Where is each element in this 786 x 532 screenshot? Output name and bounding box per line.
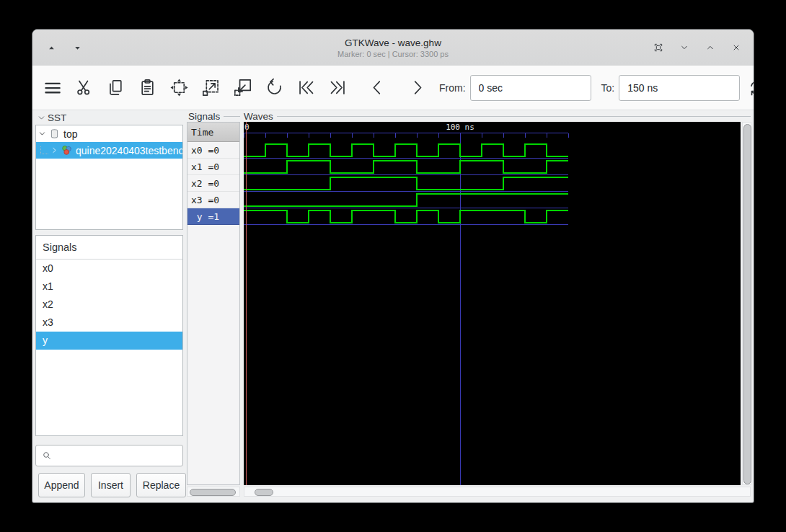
toolbar-copy-button[interactable] <box>103 75 128 101</box>
signal-list-item-x3[interactable]: x3 <box>36 314 182 332</box>
waves-hscrollbar-thumb[interactable] <box>255 489 273 496</box>
from-label: From: <box>439 82 466 94</box>
waveform-svg: 0100 ns <box>244 122 741 485</box>
signal-name-row-x0[interactable]: x0 =0 <box>187 142 239 159</box>
prev-icon <box>368 78 387 97</box>
sst-tree: topquine20240403testbenc <box>35 125 183 230</box>
to-end-icon <box>328 78 348 97</box>
append-button[interactable]: Append <box>38 473 85 497</box>
to-start-icon <box>296 78 316 97</box>
signal-name-row-x3[interactable]: x3 =0 <box>187 192 239 208</box>
signal-search-box[interactable] <box>35 445 183 466</box>
toolbar: From: To: <box>32 66 754 110</box>
search-icon <box>41 450 53 461</box>
signal-name-panel: Time x0 =0x1 =0x2 =0x3 =0 y =1 <box>187 122 240 485</box>
signal-name-rows: x0 =0x1 =0x2 =0x3 =0 y =1 <box>187 142 239 225</box>
to-input[interactable] <box>619 75 740 101</box>
zoom-fit-icon <box>169 78 189 97</box>
sst-tree-item-quine20240403testbenc[interactable]: quine20240403testbenc <box>36 142 182 159</box>
toolbar-to-start-button[interactable] <box>293 75 318 101</box>
insert-button[interactable]: Insert <box>91 473 131 497</box>
toolbar-zoom-fit-button[interactable] <box>167 75 191 101</box>
gtkwave-window: GTKWave - wave.ghw Marker: 0 sec | Curso… <box>32 29 754 503</box>
signals-frame-text: Signals <box>188 111 220 122</box>
next-icon <box>407 78 427 97</box>
toolbar-buttons <box>40 75 429 101</box>
toolbar-next-button[interactable] <box>405 75 429 101</box>
signal-search-list: x0x1x2x3y <box>36 260 182 350</box>
titlebar: GTKWave - wave.ghw Marker: 0 sec | Curso… <box>32 30 754 66</box>
replace-button[interactable]: Replace <box>136 473 186 497</box>
paste-icon <box>138 78 157 97</box>
toolbar-undo-button[interactable] <box>262 75 286 101</box>
titlebar-right-controls <box>651 30 743 66</box>
window-subtitle: Marker: 0 sec | Cursor: 3300 ps <box>337 49 449 59</box>
from-input[interactable] <box>470 75 591 101</box>
menu-icon <box>43 78 62 97</box>
ruler-label: 0 <box>244 123 250 132</box>
chevron-down-icon[interactable] <box>37 129 47 138</box>
close-icon <box>730 42 742 53</box>
waves-vscrollbar-thumb[interactable] <box>743 124 751 484</box>
toolbar-zoom-in-button[interactable] <box>198 75 223 101</box>
wave-trace-x1 <box>244 161 568 173</box>
toolbar-prev-button[interactable] <box>365 75 389 101</box>
signals-frame-label: Signals <box>188 110 240 122</box>
close-button[interactable] <box>729 40 743 55</box>
keep-above-button[interactable] <box>44 40 58 55</box>
module-icon <box>61 144 73 156</box>
titlebar-left-controls <box>44 30 84 66</box>
zoom-in-icon <box>201 78 221 97</box>
minimize-button[interactable] <box>677 40 692 55</box>
ruler-label: 100 ns <box>446 123 474 132</box>
minimize-icon <box>679 42 690 53</box>
wave-trace-x2 <box>244 177 568 190</box>
time-header[interactable]: Time <box>187 123 239 142</box>
signal-name-row-x1[interactable]: x1 =0 <box>187 159 239 175</box>
wave-trace-y <box>244 210 568 223</box>
signal-list-item-y[interactable]: y <box>36 332 182 350</box>
shade-button[interactable] <box>70 40 84 55</box>
zoom-out-icon <box>233 78 252 97</box>
keep-above-icon <box>46 43 57 53</box>
copy-icon <box>106 78 125 97</box>
signal-search-header: Signals <box>36 236 182 260</box>
fullscreen-button[interactable] <box>651 40 666 55</box>
toolbar-cut-button[interactable] <box>71 75 96 101</box>
names-horizontal-scrollbar[interactable] <box>187 487 240 497</box>
sst-header-text: SST <box>48 112 66 123</box>
signal-list-item-x0[interactable]: x0 <box>36 260 182 278</box>
to-label: To: <box>601 82 615 94</box>
maximize-icon <box>705 42 716 53</box>
maximize-button[interactable] <box>703 40 717 55</box>
wave-trace-x0 <box>244 144 568 156</box>
sst-frame-label: SST <box>37 112 181 123</box>
toolbar-zoom-out-button[interactable] <box>230 75 255 101</box>
wave-trace-x3 <box>244 194 568 206</box>
toolbar-paste-button[interactable] <box>135 75 159 101</box>
tree-item-label: top <box>63 128 77 140</box>
signal-name-row-x2[interactable]: x2 =0 <box>187 175 239 192</box>
reload-icon <box>747 78 754 97</box>
database-icon <box>48 128 61 140</box>
tree-item-label: quine20240403testbenc <box>76 145 182 156</box>
wave-canvas[interactable]: 0100 ns <box>244 122 741 485</box>
signal-action-buttons: AppendInsertReplace <box>35 473 183 497</box>
waves-frame-label: Waves <box>244 110 751 122</box>
names-scrollbar-thumb[interactable] <box>190 489 236 496</box>
desktop-background: GTKWave - wave.ghw Marker: 0 sec | Curso… <box>0 0 786 532</box>
waves-horizontal-scrollbar[interactable] <box>244 487 751 497</box>
waves-frame-text: Waves <box>244 111 273 122</box>
signal-list-item-x1[interactable]: x1 <box>36 278 182 296</box>
toolbar-to-end-button[interactable] <box>325 75 350 101</box>
chevron-down-icon <box>37 113 46 123</box>
signal-list-item-x2[interactable]: x2 <box>36 296 182 314</box>
chevron-right-icon[interactable] <box>50 146 59 155</box>
toolbar-menu-button[interactable] <box>40 75 64 101</box>
signal-name-row-y[interactable]: y =1 <box>187 208 239 225</box>
sst-tree-item-top[interactable]: top <box>36 125 182 142</box>
search-input[interactable] <box>53 451 188 461</box>
toolbar-reload-button[interactable] <box>747 75 754 101</box>
waves-vertical-scrollbar[interactable] <box>742 122 751 485</box>
cut-icon <box>74 78 94 97</box>
